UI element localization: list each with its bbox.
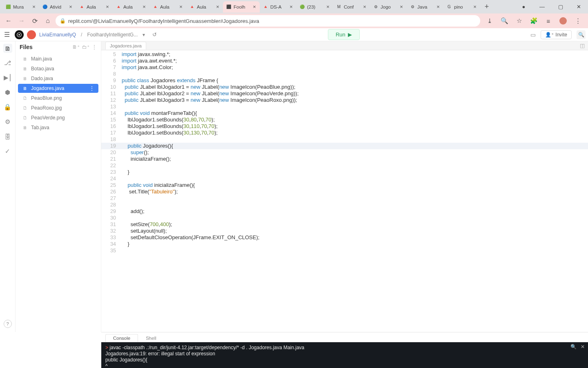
rail-db-icon[interactable]: 🗄 xyxy=(3,132,12,141)
console-tab[interactable]: Shell xyxy=(138,334,164,342)
install-icon[interactable]: ⤓ xyxy=(486,17,493,25)
chrome-account-button[interactable]: ● xyxy=(514,4,533,10)
code-line[interactable]: 9public class Jogadores extends JFrame { xyxy=(101,77,588,84)
rail-settings-icon[interactable]: ⚙ xyxy=(3,117,12,126)
project-dropdown-icon[interactable]: ▾ xyxy=(143,32,145,38)
code-line[interactable]: 27 xyxy=(101,195,588,202)
profile-avatar[interactable] xyxy=(559,17,567,25)
file-item[interactable]: 🗋PeaoRoxo.jpg xyxy=(18,103,98,112)
file-item[interactable]: 🗎Jogadores.java⋮ xyxy=(18,84,98,93)
browser-tab[interactable]: 🔺DS-A× xyxy=(260,1,296,13)
console-search-icon[interactable]: 🔍 xyxy=(570,344,577,350)
code-line[interactable]: 5import javax.swing.*; xyxy=(101,51,588,58)
tab-close-icon[interactable]: × xyxy=(325,4,331,10)
editor-tab[interactable]: Jogadores.java xyxy=(105,42,146,49)
code-line[interactable]: 33 setDefaultCloseOperation(JFrame.EXIT_… xyxy=(101,234,588,241)
code-line[interactable]: 31 setSize(700,400); xyxy=(101,221,588,228)
new-file-icon[interactable]: 🗎⁺ xyxy=(72,44,80,50)
rail-debug-icon[interactable]: ▶⎮ xyxy=(3,73,12,82)
tab-close-icon[interactable]: × xyxy=(399,4,404,10)
extensions-icon[interactable]: 🧩 xyxy=(530,17,537,25)
tab-close-icon[interactable]: × xyxy=(105,4,110,10)
forward-button[interactable]: → xyxy=(16,16,27,26)
run-button[interactable]: Run ▶ xyxy=(328,29,360,40)
code-line[interactable]: 32 setLayout(null); xyxy=(101,228,588,234)
hamburger-icon[interactable]: ☰ xyxy=(2,31,11,38)
zoom-icon[interactable]: 🔍 xyxy=(501,17,508,25)
code-line[interactable]: 18 xyxy=(101,136,588,143)
browser-tab[interactable]: ⬛Foolh× xyxy=(223,1,260,13)
tab-close-icon[interactable]: × xyxy=(215,4,220,10)
code-line[interactable]: 14 public void montarFrameTab(){ xyxy=(101,110,588,117)
code-line[interactable]: 6import java.awt.event.*; xyxy=(101,58,588,64)
rail-check-icon[interactable]: ✓ xyxy=(3,147,12,156)
tab-close-icon[interactable]: × xyxy=(68,4,74,10)
browser-tab[interactable]: ⚙Java× xyxy=(407,1,443,13)
file-more-icon[interactable]: ⋮ xyxy=(89,85,94,91)
code-line[interactable]: 7import java.awt.Color; xyxy=(101,64,588,71)
browser-menu-icon[interactable]: ⋮ xyxy=(574,17,581,25)
code-line[interactable]: 13 xyxy=(101,103,588,110)
code-line[interactable]: 35 xyxy=(101,247,588,254)
bookmark-icon[interactable]: ☆ xyxy=(515,17,523,25)
browser-tab[interactable]: 🔺Aula× xyxy=(113,1,149,13)
rail-vcs-icon[interactable]: ⎇ xyxy=(3,58,12,67)
rail-files-icon[interactable]: 🗎 xyxy=(3,44,12,53)
code-line[interactable]: 11 public JLabel lblJogador2 = new JLabe… xyxy=(101,90,588,97)
browser-tab[interactable]: 🟢(23)× xyxy=(296,1,333,13)
browser-tab[interactable]: MConf× xyxy=(333,1,370,13)
tab-close-icon[interactable]: × xyxy=(362,4,368,10)
browser-tab[interactable]: 🔺Aula× xyxy=(76,1,113,13)
code-line[interactable]: 16 lblJogador1.setBounds(30,110,70,70); xyxy=(101,123,588,130)
chat-icon[interactable]: ▭ xyxy=(530,31,536,38)
reload-button[interactable]: ⟳ xyxy=(29,16,40,26)
tab-close-icon[interactable]: × xyxy=(288,4,294,10)
file-item[interactable]: 🗎Main.java xyxy=(18,54,98,63)
new-folder-icon[interactable]: 🗀⁺ xyxy=(82,44,89,50)
minimize-button[interactable]: — xyxy=(533,4,551,10)
reading-list-icon[interactable]: ≡ xyxy=(545,17,552,25)
file-item[interactable]: 🗎Dado.java xyxy=(18,74,98,83)
url-input[interactable]: 🔒 replit.com/@LiviaEmanuellyQ/FoolhardyI… xyxy=(56,15,480,27)
breadcrumb-user[interactable]: LiviaEmanuellyQ xyxy=(39,32,76,38)
code-line[interactable]: 15 lblJogador1.setBounds(30,80,70,70); xyxy=(101,117,588,123)
new-tab-button[interactable]: + xyxy=(483,3,491,11)
invite-button[interactable]: 👤⁺ Invite xyxy=(541,30,572,39)
files-more-icon[interactable]: ⋮ xyxy=(92,44,97,50)
code-line[interactable]: 25 public void inicializaFrame(){ xyxy=(101,182,588,188)
file-item[interactable]: 🗋PeaoBlue.png xyxy=(18,94,98,103)
tab-close-icon[interactable]: × xyxy=(141,4,147,10)
tab-close-icon[interactable]: × xyxy=(435,4,441,10)
rail-secrets-icon[interactable]: 🔒 xyxy=(3,103,12,112)
browser-tab[interactable]: ⚙Jogo× xyxy=(370,1,407,13)
replit-logo[interactable] xyxy=(15,30,24,39)
code-line[interactable]: 10 public JLabel lblJogador1 = new JLabe… xyxy=(101,84,588,90)
code-line[interactable]: 17 lblJogador1.setBounds(30,130,70,70); xyxy=(101,130,588,136)
code-line[interactable]: 24 xyxy=(101,175,588,182)
breadcrumb-project[interactable]: FoolhardyIntelligentG... xyxy=(87,32,138,38)
file-item[interactable]: 🗋PeaoVerde.png xyxy=(18,113,98,122)
file-item[interactable]: 🗎Tab.java xyxy=(18,123,98,132)
code-editor[interactable]: 5import javax.swing.*;6import java.awt.e… xyxy=(101,50,588,332)
code-line[interactable]: 23 } xyxy=(101,169,588,175)
file-item[interactable]: 🗎Botao.java xyxy=(18,64,98,73)
code-line[interactable]: 8 xyxy=(101,71,588,77)
code-line[interactable]: 30 xyxy=(101,215,588,221)
code-line[interactable]: 26 set.Title("Tabuleiro"); xyxy=(101,188,588,195)
code-line[interactable]: 21 inicializaFrame(); xyxy=(101,156,588,162)
history-icon[interactable]: ↺ xyxy=(152,31,157,38)
code-line[interactable]: 22 xyxy=(101,162,588,169)
browser-tab[interactable]: 🔺Aula× xyxy=(186,1,223,13)
search-button[interactable]: 🔍 xyxy=(577,30,586,39)
home-button[interactable]: ⌂ xyxy=(42,16,53,26)
rail-packages-icon[interactable]: ⬢ xyxy=(3,88,12,97)
console-tab[interactable]: Console xyxy=(105,334,138,342)
close-button[interactable]: ✕ xyxy=(570,4,588,10)
back-button[interactable]: ← xyxy=(3,16,14,26)
browser-tab[interactable]: 🔺Aula× xyxy=(149,1,186,13)
user-avatar[interactable] xyxy=(27,30,36,39)
code-line[interactable]: 20 super(); xyxy=(101,149,588,156)
code-line[interactable]: 19 public Jogadores(){ xyxy=(101,143,588,149)
code-line[interactable]: 29 add(); xyxy=(101,208,588,215)
code-line[interactable]: 28 xyxy=(101,202,588,208)
